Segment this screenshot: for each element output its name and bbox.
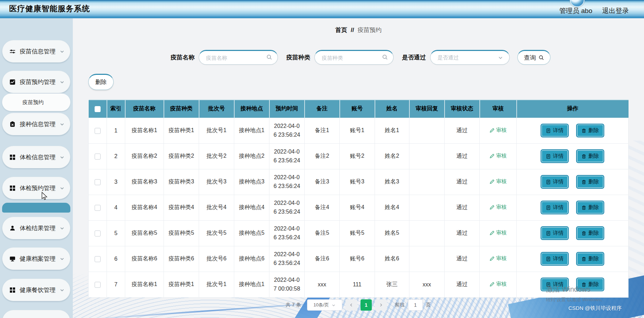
page-size-select[interactable]: 10条/页 bbox=[307, 299, 342, 311]
cell-index: 4 bbox=[107, 195, 125, 220]
table-row: 4 疫苗名称4 疫苗种类4 批次号4 接种地点4 2022-04-06 23:5… bbox=[89, 195, 629, 220]
cell-booking-time: 2022-04-06 23:56:24 bbox=[269, 169, 305, 195]
document-icon bbox=[546, 257, 551, 261]
cell-account: 账号4 bbox=[340, 195, 375, 220]
table-header-row: 索引疫苗名称疫苗种类批次号接种地点预约时间备注账号姓名审核回复审核状态审核操作 bbox=[89, 100, 629, 118]
sidebar: 疫苗信息管理 疫苗预约管理 疫苗预约 接种信息管理 体检信息管理 体检预约管理 … bbox=[0, 18, 73, 318]
row-delete-button[interactable]: 删除 bbox=[576, 149, 604, 163]
row-checkbox[interactable] bbox=[95, 154, 101, 160]
prev-page-button[interactable] bbox=[345, 299, 357, 311]
cell-remark: 备注6 bbox=[305, 246, 340, 272]
clipboard-icon bbox=[9, 121, 15, 127]
search-button[interactable]: 查询 bbox=[517, 50, 550, 65]
sidebar-item-vaccine-booking[interactable]: 疫苗预约管理 bbox=[2, 71, 70, 93]
detail-button[interactable]: 详情 bbox=[541, 149, 569, 163]
detail-button[interactable]: 详情 bbox=[541, 175, 569, 189]
cell-remark: 备注3 bbox=[305, 169, 340, 195]
row-checkbox[interactable] bbox=[95, 256, 101, 262]
goto-page-input[interactable] bbox=[408, 299, 423, 311]
row-checkbox[interactable] bbox=[95, 231, 101, 236]
review-link[interactable]: 审核 bbox=[490, 204, 507, 210]
sidebar-item-inoculation-info[interactable]: 接种信息管理 bbox=[2, 113, 70, 135]
review-link[interactable]: 审核 bbox=[490, 281, 507, 287]
cell-place: 接种地点6 bbox=[234, 246, 269, 272]
sidebar-item-label: 体检信息管理 bbox=[20, 153, 56, 161]
topbar: 医疗健康智能服务系统 管理员 abo 退出登录 bbox=[0, 0, 644, 18]
next-page-button[interactable] bbox=[375, 299, 387, 311]
detail-button[interactable]: 详情 bbox=[541, 124, 569, 137]
approved-select[interactable]: 是否通过 bbox=[430, 50, 510, 65]
cell-review-reply: xxx bbox=[409, 272, 445, 297]
activate-windows-line2: 转到“设置”以激活 Windows。 bbox=[546, 297, 605, 303]
cell-review-reply bbox=[409, 195, 445, 220]
row-checkbox[interactable] bbox=[95, 282, 101, 288]
review-link[interactable]: 审核 bbox=[490, 229, 507, 236]
cell-vaccine-type: 疫苗种类3 bbox=[164, 169, 199, 195]
page-size-value: 10条/页 bbox=[313, 302, 329, 308]
column-header-4: 接种地点 bbox=[234, 100, 269, 118]
table-body: 1 疫苗名称1 疫苗种类1 批次号1 接种地点1 2022-04-06 23:5… bbox=[89, 118, 629, 297]
delete-button[interactable]: 删除 bbox=[88, 74, 114, 90]
sidebar-item-health-record[interactable]: 健康档案管理 bbox=[2, 247, 70, 270]
review-link-label: 审核 bbox=[496, 255, 507, 262]
sidebar-item-label: 体检结果管理 bbox=[20, 224, 56, 232]
sidebar-item-system[interactable]: 系统管理 bbox=[2, 310, 70, 318]
cell-remark: 备注5 bbox=[305, 220, 340, 246]
cell-place: 接种地点4 bbox=[234, 195, 269, 220]
cell-booking-time: 2022-04-06 23:56:24 bbox=[269, 220, 305, 246]
cell-review-reply bbox=[409, 143, 445, 169]
cell-review-reply bbox=[409, 169, 445, 195]
review-link[interactable]: 审核 bbox=[490, 127, 507, 134]
sidebar-item-checkup-booking[interactable]: 体检预约管理 bbox=[2, 177, 70, 199]
detail-button-label: 详情 bbox=[553, 204, 563, 211]
row-delete-button[interactable]: 删除 bbox=[576, 252, 604, 266]
chevron-down-icon bbox=[60, 226, 64, 231]
current-page[interactable]: 1 bbox=[361, 299, 372, 311]
cell-vaccine-name: 疫苗名称6 bbox=[125, 246, 164, 272]
row-checkbox[interactable] bbox=[95, 128, 101, 134]
cell-vaccine-name: 疫苗名称1 bbox=[125, 272, 164, 297]
sidebar-item-vaccine-info[interactable]: 疫苗信息管理 bbox=[2, 40, 70, 63]
sidebar-subitem-vaccine-booking[interactable]: 疫苗预约 bbox=[2, 93, 70, 111]
cell-remark: 备注4 bbox=[305, 195, 340, 220]
review-link[interactable]: 审核 bbox=[490, 178, 507, 185]
sidebar-item-health-diet[interactable]: 健康餐饮管理 bbox=[2, 279, 70, 301]
cell-booking-time: 2022-04-06 23:56:24 bbox=[269, 246, 305, 272]
detail-button-label: 详情 bbox=[553, 230, 563, 236]
chevron-left-icon bbox=[349, 303, 353, 307]
row-delete-button[interactable]: 删除 bbox=[576, 124, 604, 137]
row-checkbox[interactable] bbox=[95, 205, 101, 211]
pen-icon bbox=[490, 154, 495, 158]
cell-batch-no: 批次号5 bbox=[199, 220, 234, 246]
detail-button-label: 详情 bbox=[553, 153, 563, 160]
column-header-9: 审核回复 bbox=[409, 100, 445, 118]
column-header-12: 操作 bbox=[517, 100, 629, 118]
row-delete-button[interactable]: 删除 bbox=[576, 201, 604, 214]
sidebar-item-checkup-result[interactable]: 体检结果管理 bbox=[2, 217, 70, 239]
row-delete-button[interactable]: 删除 bbox=[576, 175, 604, 189]
column-header-10: 审核状态 bbox=[445, 100, 480, 118]
row-delete-button-label: 删除 bbox=[588, 230, 599, 236]
sidebar-item-checkup-info[interactable]: 体检信息管理 bbox=[2, 146, 70, 168]
user-icon bbox=[9, 225, 15, 231]
review-link[interactable]: 审核 bbox=[490, 152, 507, 159]
cell-review-status: 通过 bbox=[445, 246, 480, 272]
sidebar-active-submenu-bar[interactable] bbox=[2, 203, 70, 213]
document-icon bbox=[546, 128, 551, 133]
detail-button[interactable]: 详情 bbox=[541, 252, 569, 266]
table-row: 1 疫苗名称1 疫苗种类1 批次号1 接种地点1 2022-04-06 23:5… bbox=[89, 118, 629, 143]
logout-link[interactable]: 退出登录 bbox=[602, 1, 629, 19]
column-header-3: 批次号 bbox=[199, 100, 234, 118]
select-all-checkbox[interactable] bbox=[95, 106, 101, 112]
review-link[interactable]: 审核 bbox=[490, 255, 507, 262]
cell-place: 接种地点1 bbox=[234, 272, 269, 297]
cell-remark: 备注1 bbox=[305, 118, 340, 143]
detail-button[interactable]: 详情 bbox=[541, 226, 569, 240]
breadcrumb-home[interactable]: 首页 bbox=[335, 27, 347, 33]
cell-account: 账号1 bbox=[340, 118, 375, 143]
row-checkbox[interactable] bbox=[95, 179, 101, 185]
row-delete-button[interactable]: 删除 bbox=[576, 226, 604, 240]
cell-vaccine-type: 疫苗种类6 bbox=[164, 246, 199, 272]
detail-button[interactable]: 详情 bbox=[541, 201, 569, 214]
document-icon bbox=[546, 231, 551, 236]
